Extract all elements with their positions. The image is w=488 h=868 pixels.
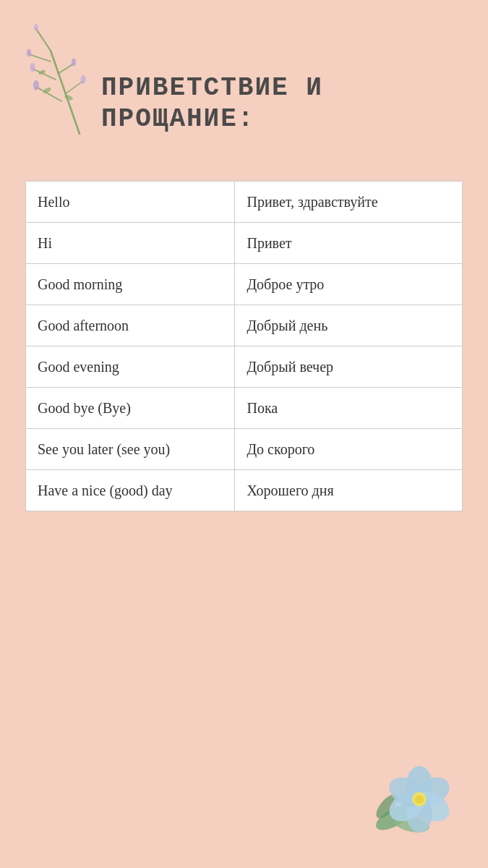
table-row: HiПривет [26,223,462,264]
cell-english: Good morning [26,264,235,305]
table-row: HelloПривет, здравствуйте [26,182,462,223]
svg-line-4 [29,54,51,61]
svg-point-10 [81,75,86,84]
svg-line-1 [36,29,51,51]
table-row: Good morningДоброе утро [26,264,462,305]
cell-russian: До скорого [235,429,462,469]
svg-line-5 [65,81,83,94]
svg-point-26 [415,795,424,804]
cell-english: Have a nice (good) day [26,470,235,511]
cell-russian: Добрый день [235,305,462,346]
branch-decoration-icon [22,22,108,137]
svg-point-11 [72,59,76,67]
cell-english: Hello [26,182,235,222]
flower-decoration-icon [372,760,466,846]
translation-table: HelloПривет, здравствуйтеHiПриветGood mo… [25,181,463,511]
table-row: Have a nice (good) dayХорошего дня [26,470,462,511]
svg-point-9 [27,49,31,57]
cell-russian: Доброе утро [235,264,462,305]
cell-english: Good bye (Bye) [26,388,235,428]
svg-line-6 [58,64,74,74]
cell-english: Hi [26,223,235,263]
cell-russian: Привет [235,223,462,263]
cell-english: Good evening [26,346,235,387]
table-row: See you later (see you)До скорого [26,429,462,470]
cell-english: See you later (see you) [26,429,235,469]
cell-russian: Добрый вечер [235,346,462,387]
table-row: Good afternoonДобрый день [26,305,462,346]
page-title: ПРИВЕТСТВИЕ И ПРОЩАНИЕ: [101,72,466,135]
table-row: Good eveningДобрый вечер [26,346,462,388]
svg-point-7 [33,80,39,90]
cell-russian: Хорошего дня [235,470,462,511]
svg-point-12 [34,24,38,31]
cell-english: Good afternoon [26,305,235,346]
cell-russian: Привет, здравствуйте [235,182,462,222]
svg-point-8 [30,63,35,72]
title-section: ПРИВЕТСТВИЕ И ПРОЩАНИЕ: [101,72,466,135]
page-background: ПРИВЕТСТВИЕ И ПРОЩАНИЕ: HelloПривет, здр… [0,0,488,868]
cell-russian: Пока [235,388,462,428]
table-row: Good bye (Bye)Пока [26,388,462,429]
